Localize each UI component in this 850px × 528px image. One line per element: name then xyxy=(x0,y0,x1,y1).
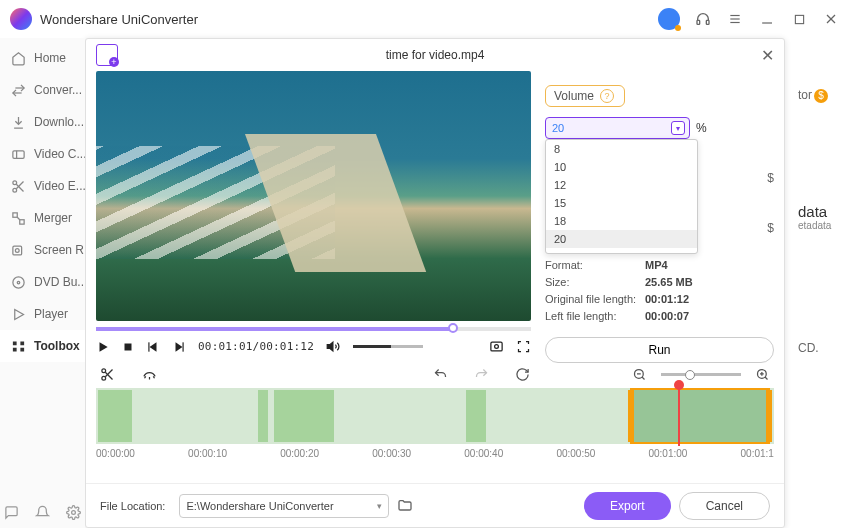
svg-rect-18 xyxy=(19,219,23,223)
zoom-slider[interactable] xyxy=(661,373,741,376)
add-file-icon[interactable] xyxy=(96,44,118,66)
svg-rect-31 xyxy=(125,343,132,350)
dropdown-item[interactable]: 25 xyxy=(546,248,697,254)
sidebar-item-editor[interactable]: Video E... xyxy=(0,170,85,202)
window-max-icon[interactable] xyxy=(790,10,808,28)
sidebar-item-dvd[interactable]: DVD Bu... xyxy=(0,266,85,298)
svg-rect-33 xyxy=(148,342,149,351)
sidebar-item-player[interactable]: Player xyxy=(0,298,85,330)
clip[interactable] xyxy=(274,390,334,442)
dropdown-item[interactable]: 18 xyxy=(546,212,697,230)
clip[interactable] xyxy=(98,390,132,442)
titlebar: Wondershare UniConverter xyxy=(0,0,850,38)
bell-icon[interactable] xyxy=(35,505,50,520)
sidebar-item-converter[interactable]: Conver... xyxy=(0,74,85,106)
avatar-icon[interactable] xyxy=(658,8,680,30)
volume-dropdown[interactable]: 8 10 12 15 18 20 25 30 xyxy=(545,139,698,254)
svg-rect-17 xyxy=(12,212,16,216)
svg-line-48 xyxy=(642,377,645,380)
dropdown-item[interactable]: 10 xyxy=(546,158,697,176)
svg-rect-28 xyxy=(20,347,24,351)
cut-icon[interactable] xyxy=(100,367,115,382)
currency-label: $ xyxy=(767,221,774,235)
sidebar-item-compressor[interactable]: Video C... xyxy=(0,138,85,170)
open-folder-icon[interactable] xyxy=(397,498,413,514)
prev-frame-button[interactable] xyxy=(146,340,160,354)
play-button[interactable] xyxy=(96,340,110,354)
export-button[interactable]: Export xyxy=(584,492,671,520)
sidebar-item-recorder[interactable]: Screen R... xyxy=(0,234,85,266)
selected-region[interactable] xyxy=(630,388,770,444)
seek-bar[interactable] xyxy=(96,327,531,331)
scissors-icon xyxy=(10,178,26,194)
run-button[interactable]: Run xyxy=(545,337,774,363)
visibility-icon[interactable] xyxy=(141,367,158,382)
svg-rect-6 xyxy=(795,15,803,23)
window-close-icon[interactable] xyxy=(822,10,840,28)
undo-icon[interactable] xyxy=(433,367,448,382)
clip[interactable] xyxy=(466,390,486,442)
file-location-input[interactable]: E:\Wondershare UniConverter▾ xyxy=(179,494,389,518)
disc-icon xyxy=(10,274,26,290)
left-len-label: Left file length: xyxy=(545,310,645,322)
next-frame-button[interactable] xyxy=(172,340,186,354)
dropdown-item[interactable]: 20 xyxy=(546,230,697,248)
size-label: Size: xyxy=(545,276,645,288)
sidebar-item-downloader[interactable]: Downlo... xyxy=(0,106,85,138)
feedback-icon[interactable] xyxy=(4,505,19,520)
help-icon[interactable]: ? xyxy=(600,89,614,103)
menu-icon[interactable] xyxy=(726,10,744,28)
redo-icon[interactable] xyxy=(474,367,489,382)
clip[interactable] xyxy=(258,390,268,442)
dropdown-item[interactable]: 8 xyxy=(546,140,697,158)
gear-icon[interactable] xyxy=(66,505,81,520)
sidebar-item-merger[interactable]: Merger xyxy=(0,202,85,234)
svg-marker-36 xyxy=(327,342,333,351)
size-value: 25.65 MB xyxy=(645,276,693,288)
volume-field-label: Volume? xyxy=(545,85,625,107)
snapshot-icon[interactable] xyxy=(489,339,504,354)
cancel-button[interactable]: Cancel xyxy=(679,492,770,520)
zoom-out-icon[interactable] xyxy=(632,367,647,382)
dollar-badge-icon: $ xyxy=(814,89,828,103)
nav-label: Merger xyxy=(34,211,72,225)
svg-point-22 xyxy=(12,276,23,287)
playhead[interactable] xyxy=(678,382,680,446)
close-icon[interactable]: ✕ xyxy=(761,46,774,65)
video-preview[interactable] xyxy=(96,71,531,321)
sidebar-item-home[interactable]: Home xyxy=(0,42,85,74)
svg-rect-35 xyxy=(183,342,184,351)
orig-len-value: 00:01:12 xyxy=(645,293,689,305)
format-label: Format: xyxy=(545,259,645,271)
svg-rect-26 xyxy=(20,341,24,345)
svg-point-38 xyxy=(495,345,499,349)
file-location-label: File Location: xyxy=(100,500,165,512)
svg-point-23 xyxy=(17,281,20,284)
app-logo-icon xyxy=(10,8,32,30)
fullscreen-icon[interactable] xyxy=(516,339,531,354)
timeline-track[interactable] xyxy=(96,388,774,444)
volume-select[interactable]: 20▾ xyxy=(545,117,690,139)
dropdown-item[interactable]: 12 xyxy=(546,176,697,194)
svg-point-29 xyxy=(72,511,76,515)
stop-button[interactable] xyxy=(122,341,134,353)
dropdown-item[interactable]: 15 xyxy=(546,194,697,212)
svg-rect-20 xyxy=(12,246,21,255)
sidebar-item-toolbox[interactable]: Toolbox xyxy=(0,330,85,362)
volume-slider[interactable] xyxy=(353,345,423,348)
svg-rect-37 xyxy=(491,342,502,351)
selection-handle-right[interactable] xyxy=(766,390,772,442)
zoom-in-icon[interactable] xyxy=(755,367,770,382)
svg-line-45 xyxy=(153,376,154,378)
svg-line-52 xyxy=(765,377,768,380)
editor-modal: time for video.mp4 ✕ 00:01:01/00:01:12 xyxy=(85,38,785,528)
converter-icon xyxy=(10,82,26,98)
headset-icon[interactable] xyxy=(694,10,712,28)
refresh-icon[interactable] xyxy=(515,367,530,382)
selection-handle-left[interactable] xyxy=(628,390,634,442)
background-panel: tor$ data etadata CD. xyxy=(790,38,850,528)
volume-icon[interactable] xyxy=(326,339,341,354)
window-min-icon[interactable] xyxy=(758,10,776,28)
chevron-down-icon: ▾ xyxy=(377,501,382,511)
svg-point-14 xyxy=(12,188,16,192)
